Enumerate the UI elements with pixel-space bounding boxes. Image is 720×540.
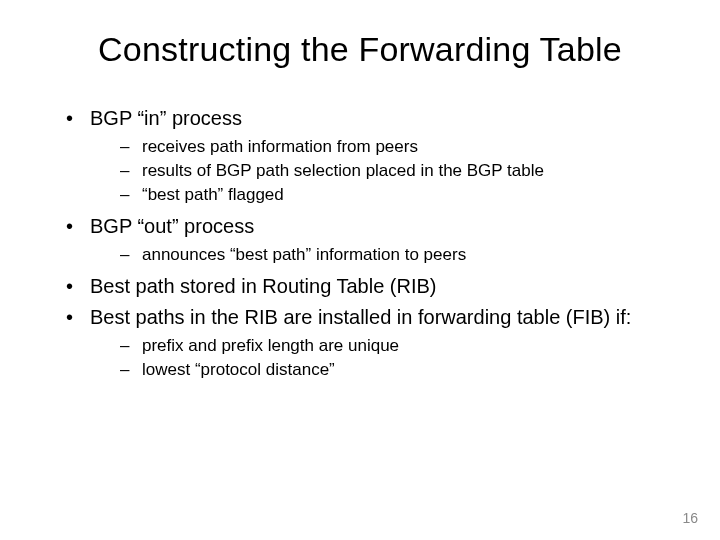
bullet-text: BGP “in” process [90,107,242,129]
bullet-text: Best paths in the RIB are installed in f… [90,306,631,328]
bullet-item: Best path stored in Routing Table (RIB) [66,273,680,300]
sub-bullet-list: prefix and prefix length are unique lowe… [90,335,680,382]
sub-bullet-item: prefix and prefix length are unique [120,335,680,358]
slide-title: Constructing the Forwarding Table [40,30,680,69]
sub-bullet-item: announces “best path” information to pee… [120,244,680,267]
sub-bullet-list: announces “best path” information to pee… [90,244,680,267]
sub-bullet-list: receives path information from peers res… [90,136,680,207]
bullet-item: BGP “out” process announces “best path” … [66,213,680,267]
bullet-item: Best paths in the RIB are installed in f… [66,304,680,382]
sub-bullet-item: lowest “protocol distance” [120,359,680,382]
sub-bullet-item: results of BGP path selection placed in … [120,160,680,183]
sub-bullet-item: receives path information from peers [120,136,680,159]
bullet-item: BGP “in” process receives path informati… [66,105,680,207]
page-number: 16 [682,510,698,526]
sub-bullet-item: “best path” flagged [120,184,680,207]
bullet-list: BGP “in” process receives path informati… [40,105,680,382]
bullet-text: Best path stored in Routing Table (RIB) [90,275,436,297]
bullet-text: BGP “out” process [90,215,254,237]
